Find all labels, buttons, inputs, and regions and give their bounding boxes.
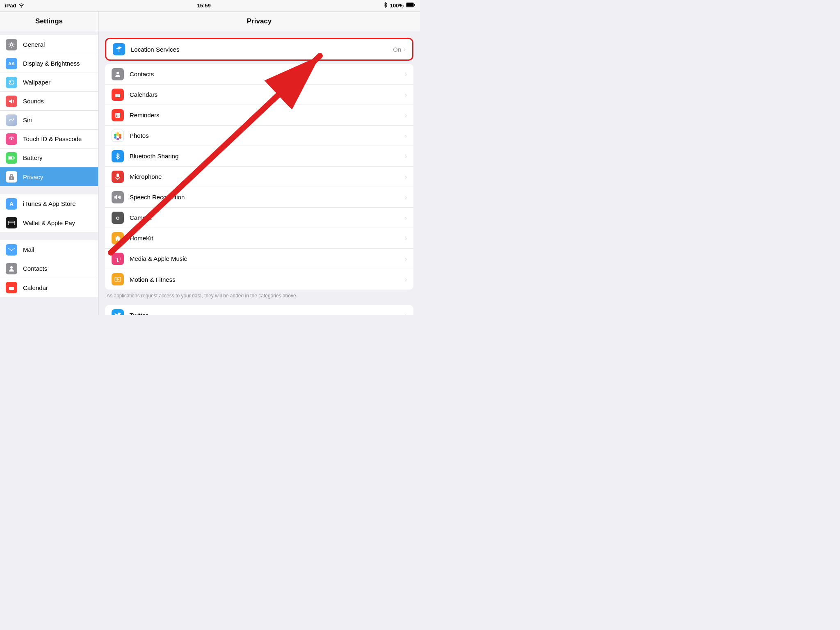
calendars-icon [112,89,124,101]
speech-item[interactable]: Speech Recognition › [105,187,413,208]
photos-icon [112,130,124,142]
twitter-icon [112,309,124,315]
svg-point-33 [119,136,121,139]
reminders-chevron: › [405,112,407,119]
location-icon [113,43,125,55]
microphone-item[interactable]: Microphone › [105,167,413,187]
privacy-panel: Location Services On › Contacts › Calend… [98,31,420,315]
itunes-icon: A [6,198,17,210]
motion-chevron: › [405,276,407,283]
twitter-item[interactable]: Twitter › [105,305,413,315]
svg-point-5 [11,138,12,140]
svg-point-35 [114,136,116,139]
media-chevron: › [405,256,407,262]
media-item[interactable]: Media & Apple Music › [105,249,413,269]
calendars-item[interactable]: Calendars › [105,84,413,105]
homekit-item[interactable]: HomeKit › [105,228,413,249]
contacts-privacy-item[interactable]: Contacts › [105,64,413,84]
svg-rect-1 [406,3,413,7]
sidebar-item-mail[interactable]: Mail [0,240,98,259]
location-services-item[interactable]: Location Services On › [106,39,412,59]
settings-header-title: Settings [0,11,98,31]
location-services-value: On [393,46,401,53]
svg-rect-41 [116,195,117,199]
svg-rect-37 [116,173,119,177]
speech-icon [112,191,124,203]
mail-icon [6,244,17,256]
status-right: 100% [383,2,415,9]
status-bar: iPad 15:59 100% [0,0,420,11]
sidebar-item-wallpaper[interactable]: Wallpaper [0,73,98,92]
bluetooth-item[interactable]: Bluetooth Sharing › [105,146,413,167]
wallet-label: Wallet & Apple Pay [23,219,75,226]
svg-point-18 [116,72,119,74]
svg-rect-7 [9,157,12,159]
sidebar-item-sounds[interactable]: Sounds [0,92,98,111]
sidebar: General AA Display & Brightness Wallpape… [0,31,98,315]
svg-rect-11 [8,222,15,223]
bluetooth-chevron: › [405,153,407,160]
siri-label: Siri [23,116,32,123]
wallpaper-icon [6,77,17,88]
reminders-icon [112,109,124,121]
privacy-items-group: Contacts › Calendars › Reminders › [105,64,413,290]
mail-label: Mail [23,246,34,253]
photos-label: Photos [130,132,405,139]
battery-icon [406,2,415,9]
twitter-chevron: › [405,312,407,315]
sidebar-item-general[interactable]: General [0,35,98,54]
bluetooth-label: Bluetooth Sharing [130,153,405,160]
status-left: iPad [5,2,24,9]
sidebar-item-touchid[interactable]: Touch ID & Passcode [0,130,98,148]
svg-rect-46 [116,215,119,217]
sidebar-item-siri[interactable]: Siri [0,111,98,130]
display-icon: AA [6,58,17,69]
wifi-icon [18,2,24,9]
sidebar-item-display[interactable]: AA Display & Brightness [0,54,98,73]
svg-point-26 [116,116,117,117]
contacts-privacy-label: Contacts [130,71,405,78]
svg-rect-15 [9,285,14,287]
privacy-header-title: Privacy [98,11,420,31]
sidebar-item-privacy[interactable]: Privacy [0,167,98,186]
camera-label: Camera [130,214,405,221]
siri-icon [6,114,17,126]
status-time: 15:59 [197,2,210,9]
sidebar-item-itunes[interactable]: A iTunes & App Store [0,194,98,213]
motion-icon [112,273,124,285]
sidebar-item-wallet[interactable]: Wallet & Apple Pay [0,213,98,232]
privacy-label: Privacy [23,173,43,180]
svg-rect-16 [10,285,11,286]
motion-item[interactable]: Motion & Fitness › [105,269,413,290]
contacts-privacy-icon [112,68,124,80]
homekit-chevron: › [405,235,407,242]
sidebar-item-calendar[interactable]: Calendar [0,278,98,297]
sounds-label: Sounds [23,98,44,105]
reminders-item[interactable]: Reminders › [105,105,413,126]
location-chevron: › [404,46,406,52]
camera-chevron: › [405,215,407,221]
battery-settings-icon [6,152,17,164]
general-icon [6,39,17,50]
sidebar-item-battery[interactable]: Battery [0,148,98,167]
camera-item[interactable]: Camera › [105,208,413,228]
svg-point-3 [9,80,14,85]
photos-item[interactable]: Photos › [105,126,413,146]
sidebar-group-2: A iTunes & App Store Wallet & Apple Pay [0,194,98,232]
media-label: Media & Apple Music [130,255,405,262]
sidebar-item-contacts[interactable]: Contacts [0,259,98,278]
media-icon [112,253,124,265]
svg-point-2 [10,43,13,46]
itunes-label: iTunes & App Store [23,200,76,207]
homekit-label: HomeKit [130,235,405,242]
location-services-highlighted: Location Services On › [105,38,413,61]
contacts-label: Contacts [23,265,47,272]
battery-label-s: Battery [23,154,43,161]
twitter-label: Twitter [130,312,405,315]
svg-point-36 [114,134,116,136]
general-label: General [23,41,45,48]
svg-point-34 [116,138,119,140]
microphone-chevron: › [405,173,407,180]
social-group: Twitter › Facebook › [105,305,413,315]
svg-rect-10 [8,221,15,225]
